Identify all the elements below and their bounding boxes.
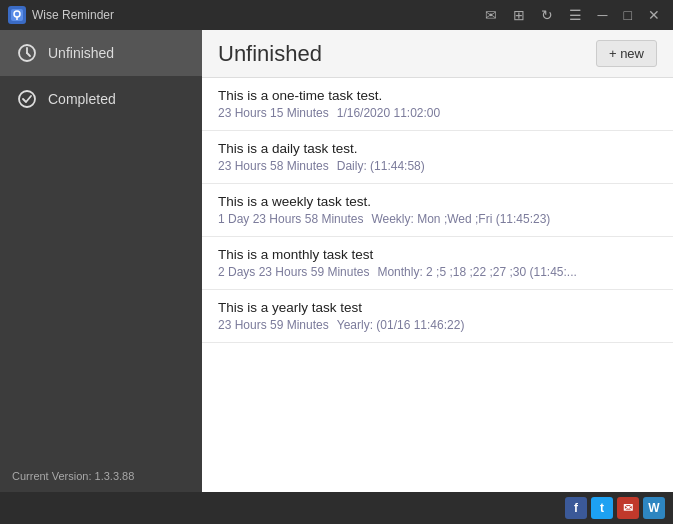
twitter-icon[interactable]: t <box>591 497 613 519</box>
task-schedule: Weekly: Mon ;Wed ;Fri (11:45:23) <box>371 212 550 226</box>
email-icon[interactable]: ✉ <box>617 497 639 519</box>
task-title: This is a yearly task test <box>218 300 657 315</box>
sidebar-item-completed[interactable]: Completed <box>0 76 202 122</box>
task-title: This is a one-time task test. <box>218 88 657 103</box>
taskbar-footer: ft✉W <box>0 492 673 524</box>
task-time: 1 Day 23 Hours 58 Minutes <box>218 212 363 226</box>
task-meta: 2 Days 23 Hours 59 Minutes Monthly: 2 ;5… <box>218 265 657 279</box>
task-item[interactable]: This is a monthly task test 2 Days 23 Ho… <box>202 237 673 290</box>
refresh-icon[interactable]: ↻ <box>536 5 558 25</box>
task-list: This is a one-time task test. 23 Hours 1… <box>202 78 673 492</box>
task-title: This is a monthly task test <box>218 247 657 262</box>
task-time: 2 Days 23 Hours 59 Minutes <box>218 265 369 279</box>
task-item[interactable]: This is a weekly task test. 1 Day 23 Hou… <box>202 184 673 237</box>
grid-icon[interactable]: ⊞ <box>508 5 530 25</box>
sidebar: Unfinished Completed Current Version: 1.… <box>0 30 202 492</box>
task-meta: 23 Hours 58 Minutes Daily: (11:44:58) <box>218 159 657 173</box>
svg-line-5 <box>27 53 30 56</box>
sidebar-unfinished-label: Unfinished <box>48 45 114 61</box>
maximize-button[interactable]: □ <box>619 5 637 25</box>
task-schedule: Monthly: 2 ;5 ;18 ;22 ;27 ;30 (11:45:... <box>377 265 576 279</box>
window-controls: ✉ ⊞ ↻ ☰ ─ □ ✕ <box>480 5 665 25</box>
mail-icon[interactable]: ✉ <box>480 5 502 25</box>
task-time: 23 Hours 59 Minutes <box>218 318 329 332</box>
close-button[interactable]: ✕ <box>643 5 665 25</box>
sidebar-completed-label: Completed <box>48 91 116 107</box>
task-time: 23 Hours 15 Minutes <box>218 106 329 120</box>
app-title: Wise Reminder <box>32 8 480 22</box>
new-task-button[interactable]: + new <box>596 40 657 67</box>
website-icon[interactable]: W <box>643 497 665 519</box>
app-icon <box>8 6 26 24</box>
task-meta: 1 Day 23 Hours 58 Minutes Weekly: Mon ;W… <box>218 212 657 226</box>
task-item[interactable]: This is a yearly task test 23 Hours 59 M… <box>202 290 673 343</box>
check-circle-icon <box>16 88 38 110</box>
task-item[interactable]: This is a daily task test. 23 Hours 58 M… <box>202 131 673 184</box>
content-header: Unfinished + new <box>202 30 673 78</box>
facebook-icon[interactable]: f <box>565 497 587 519</box>
task-schedule: Yearly: (01/16 11:46:22) <box>337 318 465 332</box>
task-schedule: Daily: (11:44:58) <box>337 159 425 173</box>
sidebar-item-unfinished[interactable]: Unfinished <box>0 30 202 76</box>
content-area: Unfinished + new This is a one-time task… <box>202 30 673 492</box>
task-meta: 23 Hours 15 Minutes 1/16/2020 11:02:00 <box>218 106 657 120</box>
task-schedule: 1/16/2020 11:02:00 <box>337 106 440 120</box>
task-time: 23 Hours 58 Minutes <box>218 159 329 173</box>
task-meta: 23 Hours 59 Minutes Yearly: (01/16 11:46… <box>218 318 657 332</box>
minimize-button[interactable]: ─ <box>593 5 613 25</box>
task-title: This is a daily task test. <box>218 141 657 156</box>
page-title: Unfinished <box>218 41 322 67</box>
svg-point-6 <box>19 91 35 107</box>
version-label: Current Version: 1.3.3.88 <box>0 460 202 492</box>
list-icon[interactable]: ☰ <box>564 5 587 25</box>
task-item[interactable]: This is a one-time task test. 23 Hours 1… <box>202 78 673 131</box>
main-layout: Unfinished Completed Current Version: 1.… <box>0 30 673 492</box>
clock-icon <box>16 42 38 64</box>
titlebar: Wise Reminder ✉ ⊞ ↻ ☰ ─ □ ✕ <box>0 0 673 30</box>
task-title: This is a weekly task test. <box>218 194 657 209</box>
